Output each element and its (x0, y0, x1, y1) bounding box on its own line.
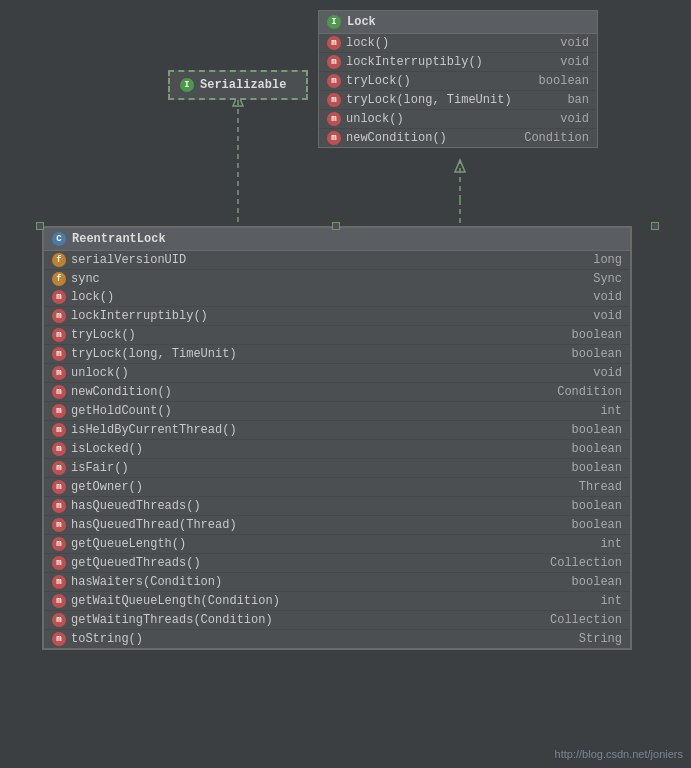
method-name-label: newCondition() (346, 131, 447, 145)
reentrant-lock-box: C ReentrantLock f serialVersionUID long … (42, 226, 632, 650)
method-name-label: isLocked() (71, 442, 143, 456)
method-icon: m (52, 442, 66, 456)
method-name-label: getQueueLength() (71, 537, 186, 551)
return-type-label: boolean (572, 499, 622, 513)
return-type-label: Thread (579, 480, 622, 494)
reentrant-method-row: m getWaitingThreads(Condition) Collectio… (44, 611, 630, 630)
return-type-label: boolean (539, 74, 589, 88)
method-icon: m (52, 518, 66, 532)
reentrant-fields-container: f serialVersionUID long f sync Sync (44, 251, 630, 288)
return-type-label: int (600, 404, 622, 418)
method-name-label: isFair() (71, 461, 129, 475)
interface-icon: I (327, 15, 341, 29)
reentrant-method-row: m toString() String (44, 630, 630, 648)
return-type-label: void (593, 290, 622, 304)
reentrant-method-row: m hasQueuedThreads() boolean (44, 497, 630, 516)
return-type-label: void (593, 309, 622, 323)
field-type-label: long (593, 253, 622, 267)
field-type-label: Sync (593, 272, 622, 286)
serializable-title: Serializable (200, 78, 286, 92)
return-type-label: boolean (572, 442, 622, 456)
return-type-label: Condition (524, 131, 589, 145)
method-icon: m (327, 74, 341, 88)
method-icon: m (327, 36, 341, 50)
method-name-label: lockInterruptibly() (346, 55, 483, 69)
method-name-label: newCondition() (71, 385, 172, 399)
method-name-label: unlock() (346, 112, 404, 126)
lock-method-row: m lockInterruptibly() void (319, 53, 597, 72)
field-icon: f (52, 253, 66, 267)
handle-tl (36, 222, 44, 230)
return-type-label: void (560, 36, 589, 50)
return-type-label: void (560, 55, 589, 69)
watermark: http://blog.csdn.net/joniers (555, 748, 683, 760)
method-icon: m (52, 480, 66, 494)
method-icon: m (327, 55, 341, 69)
method-name-label: hasQueuedThread(Thread) (71, 518, 237, 532)
handle-tm (332, 222, 340, 230)
field-name-label: sync (71, 272, 100, 286)
method-name-label: getWaitingThreads(Condition) (71, 613, 273, 627)
method-icon: m (52, 309, 66, 323)
reentrant-method-row: m getOwner() Thread (44, 478, 630, 497)
lock-interface-header: I Lock (319, 11, 597, 34)
method-icon: m (52, 347, 66, 361)
method-name-label: getWaitQueueLength(Condition) (71, 594, 280, 608)
lock-method-row: m newCondition() Condition (319, 129, 597, 147)
lock-method-row: m unlock() void (319, 110, 597, 129)
reentrant-method-row: m hasWaiters(Condition) boolean (44, 573, 630, 592)
reentrant-lock-header: C ReentrantLock (44, 228, 630, 251)
method-icon: m (52, 556, 66, 570)
reentrant-method-row: m getQueuedThreads() Collection (44, 554, 630, 573)
reentrant-method-row: m hasQueuedThread(Thread) boolean (44, 516, 630, 535)
method-name-label: getQueuedThreads() (71, 556, 201, 570)
method-name-label: tryLock() (346, 74, 411, 88)
reentrant-method-row: m getHoldCount() int (44, 402, 630, 421)
method-name-label: tryLock(long, TimeUnit) (346, 93, 512, 107)
return-type-label: Condition (557, 385, 622, 399)
return-type-label: boolean (572, 328, 622, 342)
return-type-label: Collection (550, 613, 622, 627)
reentrant-method-row: m isFair() boolean (44, 459, 630, 478)
method-icon: m (52, 499, 66, 513)
reentrant-field-row: f sync Sync (44, 270, 630, 288)
reentrant-method-row: m isHeldByCurrentThread() boolean (44, 421, 630, 440)
return-type-label: String (579, 632, 622, 646)
svg-marker-4 (455, 160, 465, 172)
method-name-label: isHeldByCurrentThread() (71, 423, 237, 437)
return-type-label: boolean (572, 347, 622, 361)
method-name-label: hasQueuedThreads() (71, 499, 201, 513)
reentrant-method-row: m tryLock(long, TimeUnit) boolean (44, 345, 630, 364)
lock-method-row: m tryLock(long, TimeUnit) ban (319, 91, 597, 110)
method-name-label: getOwner() (71, 480, 143, 494)
return-type-label: void (560, 112, 589, 126)
method-name-label: getHoldCount() (71, 404, 172, 418)
lock-interface-box: I Lock m lock() void m lockInterruptibly… (318, 10, 598, 148)
return-type-label: boolean (572, 423, 622, 437)
reentrant-method-row: m getWaitQueueLength(Condition) int (44, 592, 630, 611)
lock-method-row: m tryLock() boolean (319, 72, 597, 91)
method-icon: m (52, 423, 66, 437)
method-name-label: tryLock(long, TimeUnit) (71, 347, 237, 361)
method-icon: m (327, 131, 341, 145)
reentrant-method-row: m unlock() void (44, 364, 630, 383)
return-type-label: boolean (572, 575, 622, 589)
method-icon: m (52, 290, 66, 304)
method-icon: m (52, 404, 66, 418)
method-name-label: tryLock() (71, 328, 136, 342)
field-name-label: serialVersionUID (71, 253, 186, 267)
return-type-label: boolean (572, 461, 622, 475)
method-icon: m (52, 366, 66, 380)
reentrant-lock-title: ReentrantLock (72, 232, 166, 246)
lock-methods-container: m lock() void m lockInterruptibly() void… (319, 34, 597, 147)
reentrant-method-row: m lockInterruptibly() void (44, 307, 630, 326)
class-icon: C (52, 232, 66, 246)
method-icon: m (52, 328, 66, 342)
handle-tr (651, 222, 659, 230)
method-name-label: lockInterruptibly() (71, 309, 208, 323)
canvas: I Lock m lock() void m lockInterruptibly… (0, 0, 691, 768)
method-icon: m (52, 632, 66, 646)
method-icon: m (52, 385, 66, 399)
reentrant-method-row: m newCondition() Condition (44, 383, 630, 402)
method-icon: m (52, 613, 66, 627)
